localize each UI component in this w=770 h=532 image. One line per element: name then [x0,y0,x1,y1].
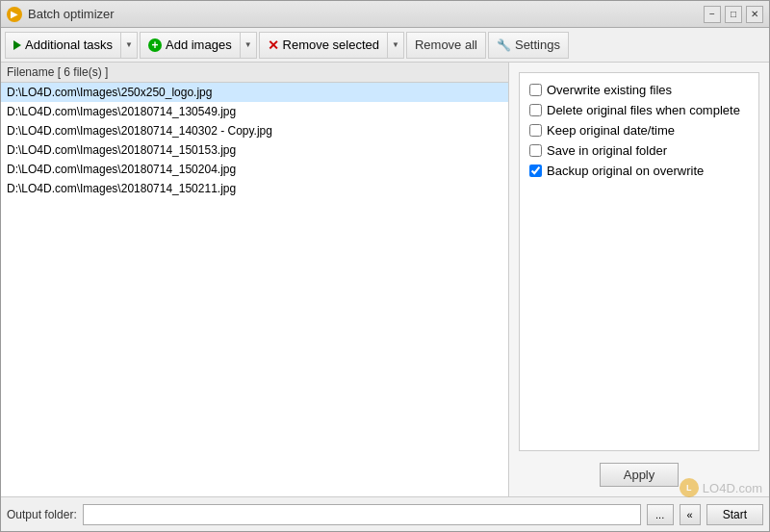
remove-selected-label: Remove selected [283,38,379,52]
add-images-label: Add images [166,38,232,52]
start-button[interactable]: Start [706,504,763,525]
list-item[interactable]: D:\LO4D.com\Images\20180714_150211.jpg [1,179,508,198]
add-images-button[interactable]: + Add images ▼ [140,32,257,59]
toolbar: Additional tasks ▼ + Add images ▼ ✕ Remo… [1,28,769,63]
dropdown-arrow-add-icon: ▼ [244,40,252,49]
watermark: L LO4D.com [680,478,762,497]
settings-inner: Overwrite existing filesDelete original … [519,72,759,451]
additional-tasks-button[interactable]: Additional tasks ▼ [5,32,138,59]
checkbox-input[interactable] [529,165,542,177]
settings-panel: Overwrite existing filesDelete original … [509,63,769,496]
list-item[interactable]: D:\LO4D.com\Images\250x250_logo.jpg [1,83,508,102]
checkbox-item[interactable]: Save in original folder [529,143,749,158]
file-list[interactable]: D:\LO4D.com\Images\250x250_logo.jpgD:\LO… [1,83,508,496]
checkbox-item[interactable]: Backup original on overwrite [529,164,749,178]
main-window: ▶ Batch optimizer − □ ✕ Additional tasks… [0,0,770,532]
checkbox-label: Save in original folder [547,143,667,158]
checkbox-label: Keep original date/time [547,123,675,138]
title-bar-left: ▶ Batch optimizer [7,7,115,22]
window-title: Batch optimizer [28,7,115,21]
list-item[interactable]: D:\LO4D.com\Images\20180714_130549.jpg [1,102,508,121]
maximize-button[interactable]: □ [725,6,742,23]
checkbox-input[interactable] [529,144,542,157]
window-controls: − □ ✕ [704,6,763,23]
close-button[interactable]: ✕ [746,6,763,23]
file-list-header: Filename [ 6 file(s) ] [1,63,508,83]
list-item[interactable]: D:\LO4D.com\Images\20180714_150204.jpg [1,160,508,179]
wrench-icon: 🔧 [497,38,511,52]
browse-button[interactable]: ... [647,504,674,525]
checkbox-label: Overwrite existing files [547,83,672,97]
remove-selected-button[interactable]: ✕ Remove selected ▼ [259,32,404,59]
plus-icon: + [148,38,162,52]
checkbox-label: Backup original on overwrite [547,164,704,178]
watermark-logo: L [680,478,699,497]
checkbox-input[interactable] [529,124,542,137]
list-item[interactable]: D:\LO4D.com\Images\20180714_150153.jpg [1,140,508,160]
output-folder-input[interactable] [83,504,641,525]
dropdown-arrow-icon: ▼ [125,40,133,49]
play-icon [13,40,21,50]
checkbox-input[interactable] [529,84,542,96]
app-icon: ▶ [7,7,22,22]
file-list-panel: Filename [ 6 file(s) ] D:\LO4D.com\Image… [1,63,509,496]
additional-tasks-label: Additional tasks [25,38,113,52]
watermark-text: LO4D.com [703,481,762,495]
checkbox-item[interactable]: Overwrite existing files [529,83,749,97]
dropdown-arrow-remove-icon: ▼ [392,40,399,49]
settings-label: Settings [515,38,560,52]
main-area: Filename [ 6 file(s) ] D:\LO4D.com\Image… [1,63,769,496]
apply-button[interactable]: Apply [600,463,680,487]
checkbox-item[interactable]: Delete original files when complete [529,103,749,117]
output-folder-label: Output folder: [7,508,77,521]
checkbox-input[interactable] [529,104,542,116]
checkbox-label: Delete original files when complete [547,103,740,117]
title-bar: ▶ Batch optimizer − □ ✕ [1,1,769,28]
minimize-button[interactable]: − [704,6,721,23]
status-bar: Output folder: ... « Start [1,496,769,531]
remove-all-label: Remove all [415,38,477,52]
remove-x-icon: ✕ [268,38,279,53]
arrow-left-button[interactable]: « [680,504,701,525]
remove-all-button[interactable]: Remove all [406,32,486,59]
settings-button[interactable]: 🔧 Settings [488,32,569,59]
checkbox-item[interactable]: Keep original date/time [529,123,749,138]
list-item[interactable]: D:\LO4D.com\Images\20180714_140302 - Cop… [1,121,508,140]
